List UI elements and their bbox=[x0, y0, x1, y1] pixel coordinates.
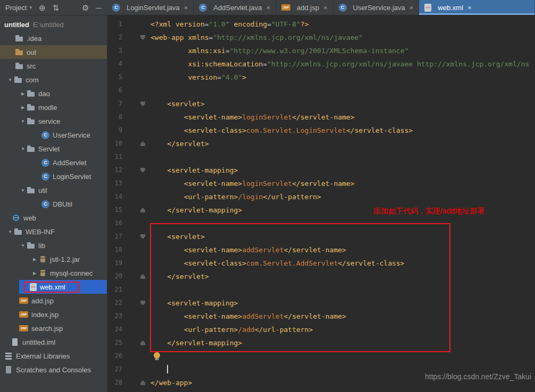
top-bar: Project ▾ ⊕ ⇅ ⚙ ─ CLoginServlet.java×CAd… bbox=[0, 0, 535, 15]
tree-item-loginservlet[interactable]: CLoginServlet bbox=[0, 169, 107, 183]
tab-add-jsp[interactable]: JSPadd.jsp× bbox=[276, 0, 333, 15]
tree-item-dbutil[interactable]: CDBUtil bbox=[0, 197, 107, 211]
editor[interactable]: 1<?xml version="1.0" encoding="UTF-8"?>2… bbox=[107, 15, 535, 392]
tree-item-service[interactable]: ▼service bbox=[0, 114, 107, 128]
tree-item-dao[interactable]: ▶dao bbox=[0, 87, 107, 100]
fold-marker-icon[interactable] bbox=[140, 208, 145, 212]
tree-item-mysql-connec[interactable]: ▶mysql-connec bbox=[0, 266, 107, 280]
chevron-down-icon[interactable]: ▼ bbox=[19, 119, 27, 124]
tree-item-src[interactable]: src bbox=[0, 59, 107, 73]
editor-line-6[interactable]: 6 bbox=[107, 84, 535, 97]
tree-item-untitled-iml[interactable]: untitled.iml bbox=[0, 335, 107, 349]
close-icon[interactable]: × bbox=[323, 4, 328, 12]
close-icon[interactable]: × bbox=[409, 4, 414, 12]
tab-userservice-java[interactable]: CUserService.java× bbox=[333, 0, 420, 15]
gear-icon[interactable]: ⚙ bbox=[82, 4, 89, 12]
tab-addservlet-java[interactable]: CAddServlet.java× bbox=[194, 0, 276, 15]
tree-item-label: untitled.iml bbox=[22, 338, 55, 346]
editor-line-7[interactable]: 7 <servlet> bbox=[107, 97, 535, 110]
close-icon[interactable]: × bbox=[467, 4, 472, 12]
editor-line-14[interactable]: 14 <url-pattern>/login</url-pattern> bbox=[107, 190, 535, 203]
chevron-down-icon[interactable]: ▼ bbox=[19, 147, 27, 151]
fold-marker-icon[interactable] bbox=[140, 301, 145, 305]
editor-line-8[interactable]: 8 <servlet-name>loginServlet</servlet-na… bbox=[107, 110, 535, 124]
tree-item-userservice[interactable]: CUserService bbox=[0, 128, 107, 142]
chevron-down-icon[interactable]: ▼ bbox=[6, 78, 14, 82]
target-icon[interactable]: ⊕ bbox=[39, 4, 46, 12]
code-line: <servlet-mapping> bbox=[151, 296, 535, 310]
editor-line-10[interactable]: 10 </servlet> bbox=[107, 137, 535, 150]
fold-marker-icon[interactable] bbox=[140, 141, 145, 146]
code-line: <servlet-name>loginServlet</servlet-name… bbox=[151, 177, 535, 190]
editor-line-20[interactable]: 20 </servlet> bbox=[107, 270, 535, 283]
tree-item-label: dao bbox=[38, 90, 50, 98]
tree-item-index-jsp[interactable]: JSPindex.jsp bbox=[0, 308, 107, 321]
editor-line-23[interactable]: 23 <servlet-name>addServlet</servlet-nam… bbox=[107, 310, 535, 323]
close-icon[interactable]: × bbox=[266, 4, 270, 12]
sort-icon[interactable]: ⇅ bbox=[53, 4, 60, 12]
editor-line-24[interactable]: 24 <url-pattern>/add</url-pattern> bbox=[107, 323, 535, 336]
line-number: 4 bbox=[107, 57, 122, 71]
tree-item-external-libraries[interactable]: External Libraries bbox=[0, 349, 107, 363]
tree-item-addservlet[interactable]: CAddServlet bbox=[0, 156, 107, 169]
chevron-down-icon[interactable]: ▼ bbox=[19, 243, 27, 248]
tree-item-web-xml[interactable]: </>web.xml bbox=[0, 280, 107, 294]
tree-item-scratches-and-consoles[interactable]: Scratches and Consoles bbox=[0, 363, 107, 377]
fold-marker-icon[interactable] bbox=[140, 35, 145, 40]
editor-line-9[interactable]: 9 <servlet-class>com.Servlet.LoginServle… bbox=[107, 124, 535, 137]
editor-line-13[interactable]: 13 <servlet-name>loginServlet</servlet-n… bbox=[107, 177, 535, 190]
chevron-right-icon[interactable]: ▶ bbox=[19, 91, 27, 96]
tab-label: LoginServlet.java bbox=[127, 4, 180, 12]
editor-line-22[interactable]: 22 <servlet-mapping> bbox=[107, 296, 535, 310]
fold-marker-icon[interactable] bbox=[140, 380, 145, 385]
chevron-down-icon[interactable]: ▼ bbox=[6, 229, 14, 234]
tree-item-untitled[interactable]: untitledE:\untitled bbox=[0, 18, 107, 31]
fold-marker-icon[interactable] bbox=[140, 274, 145, 279]
editor-line-19[interactable]: 19 <servlet-class>com.Servlet.AddServlet… bbox=[107, 257, 535, 270]
tree-item-idea[interactable]: .idea bbox=[0, 31, 107, 45]
editor-line-12[interactable]: 12 <servlet-mapping> bbox=[107, 164, 535, 177]
line-number: 9 bbox=[107, 124, 122, 137]
tree-item-jstl-1-2-jar[interactable]: ▶jstl-1.2.jar bbox=[0, 252, 107, 266]
chevron-right-icon[interactable]: ▶ bbox=[31, 257, 38, 262]
editor-line-25[interactable]: 25 </servlet-mapping> bbox=[107, 336, 535, 350]
tree-item-modle[interactable]: ▶modle bbox=[0, 100, 107, 114]
fold-marker-icon[interactable] bbox=[140, 234, 145, 239]
editor-line-1[interactable]: 1<?xml version="1.0" encoding="UTF-8"?> bbox=[107, 18, 535, 31]
tree-item-out[interactable]: out bbox=[0, 45, 107, 59]
minimize-icon[interactable]: ─ bbox=[96, 4, 102, 12]
editor-line-21[interactable]: 21 bbox=[107, 283, 535, 296]
tree-item-web-inf[interactable]: ▼WEB-INF bbox=[0, 225, 107, 238]
tree-item-search-jsp[interactable]: JSPsearch.jsp bbox=[0, 321, 107, 335]
editor-line-2[interactable]: 2<web-app xmlns="http://xmlns.jcp.org/xm… bbox=[107, 31, 535, 44]
fold-marker-icon[interactable] bbox=[140, 101, 145, 106]
editor-line-3[interactable]: 3 xmlns:xsi="http://www.w3.org/2001/XMLS… bbox=[107, 44, 535, 57]
tree-item-util[interactable]: ▼util bbox=[0, 183, 107, 197]
tree-item-add-jsp[interactable]: JSPadd.jsp bbox=[0, 294, 107, 308]
fold-marker-icon[interactable] bbox=[140, 168, 145, 173]
tree-item-com[interactable]: ▼com bbox=[0, 73, 107, 87]
editor-line-17[interactable]: 17 <servlet> bbox=[107, 230, 535, 243]
editor-line-26[interactable]: 26 bbox=[107, 350, 535, 363]
chevron-down-icon[interactable]: ▼ bbox=[19, 188, 27, 193]
tree-item-web[interactable]: web bbox=[0, 211, 107, 225]
editor-line-4[interactable]: 4 xsi:schemaLocation="http://xmlns.jcp.o… bbox=[107, 57, 535, 71]
tab-web-xml[interactable]: </>web.xml× bbox=[419, 0, 535, 15]
intention-bulb-icon[interactable] bbox=[154, 352, 160, 359]
editor-line-11[interactable]: 11 bbox=[107, 150, 535, 164]
editor-line-16[interactable]: 16 bbox=[107, 217, 535, 230]
editor-line-18[interactable]: 18 <servlet-name>addServlet</servlet-nam… bbox=[107, 243, 535, 257]
fold-marker-icon[interactable] bbox=[140, 340, 145, 345]
close-icon[interactable]: × bbox=[184, 4, 188, 12]
tree-item-lib[interactable]: ▼lib bbox=[0, 238, 107, 252]
chevron-right-icon[interactable]: ▶ bbox=[31, 271, 38, 276]
code-line: </servlet> bbox=[151, 137, 535, 150]
project-selector[interactable]: Project ▾ bbox=[5, 4, 32, 12]
tab-loginservlet-java[interactable]: CLoginServlet.java× bbox=[107, 0, 194, 15]
chevron-right-icon[interactable]: ▶ bbox=[19, 105, 27, 110]
tree-item-servlet[interactable]: ▼Servlet bbox=[0, 142, 107, 156]
editor-line-5[interactable]: 5 version="4.0"> bbox=[107, 71, 535, 84]
code-line: <servlet-mapping> bbox=[151, 164, 535, 177]
gutter: 11 bbox=[107, 150, 151, 164]
text-cursor bbox=[167, 365, 168, 373]
